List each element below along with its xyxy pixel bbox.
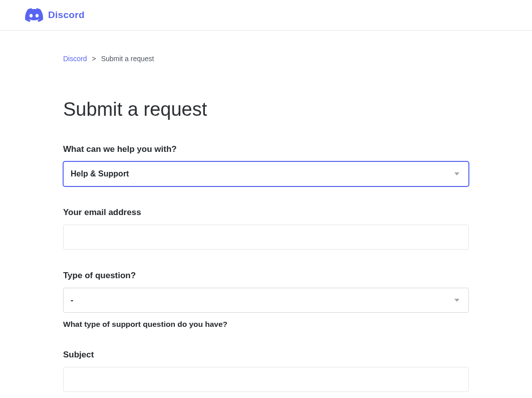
- chevron-down-icon: [454, 172, 459, 175]
- label-subject: Subject: [63, 350, 469, 360]
- select-help-with[interactable]: Help & Support: [63, 161, 469, 186]
- breadcrumb: Discord > Submit a request: [63, 31, 469, 63]
- chevron-down-icon: [454, 299, 459, 302]
- form-group-help-with: What can we help you with? Help & Suppor…: [63, 144, 469, 186]
- email-field[interactable]: [63, 225, 469, 250]
- logo[interactable]: Discord: [25, 8, 85, 22]
- label-help-with: What can we help you with?: [63, 144, 469, 154]
- breadcrumb-link-home[interactable]: Discord: [63, 55, 87, 63]
- logo-text: Discord: [48, 10, 85, 21]
- page-title: Submit a request: [63, 99, 469, 120]
- breadcrumb-current: Submit a request: [101, 55, 154, 63]
- breadcrumb-separator: >: [92, 55, 96, 63]
- discord-logo-icon: [25, 8, 43, 22]
- hint-question-type: What type of support question do you hav…: [63, 320, 469, 329]
- select-question-type-value: -: [71, 296, 73, 305]
- main-container: Discord > Submit a request Submit a requ…: [38, 31, 494, 392]
- select-help-with-value: Help & Support: [71, 169, 129, 178]
- subject-field[interactable]: [63, 367, 469, 392]
- form-group-subject: Subject: [63, 350, 469, 392]
- label-email: Your email address: [63, 208, 469, 218]
- select-question-type[interactable]: -: [63, 288, 469, 313]
- header: Discord: [0, 0, 532, 31]
- form-group-email: Your email address: [63, 208, 469, 250]
- form-group-question-type: Type of question? - What type of support…: [63, 271, 469, 329]
- label-question-type: Type of question?: [63, 271, 469, 281]
